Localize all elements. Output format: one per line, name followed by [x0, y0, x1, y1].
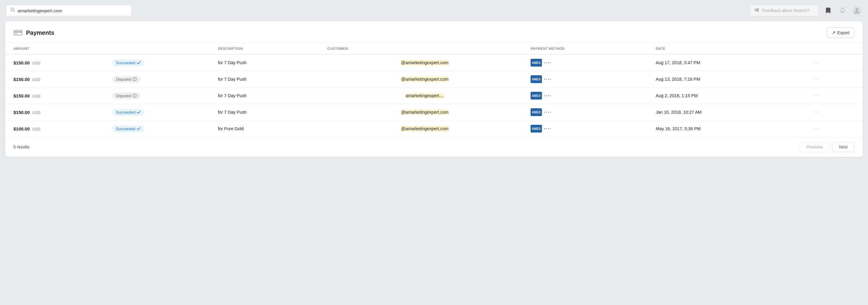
- col-payment-method: PAYMENT METHOD: [526, 43, 652, 54]
- previous-button[interactable]: Previous: [800, 142, 830, 152]
- description-cell: for 7 Day Push: [214, 104, 323, 120]
- date-cell: Jan 10, 2018, 10:27 AM: [652, 104, 808, 120]
- card-header: Payments ↗ Export: [5, 21, 863, 43]
- search-box[interactable]: [6, 5, 132, 16]
- payments-table-wrap: AMOUNT DESCRIPTION CUSTOMER PAYMENT METH…: [5, 43, 863, 137]
- customer-cell: @amarketingexpert.com: [323, 104, 526, 120]
- currency-value: USD: [32, 94, 40, 99]
- card-dots: ••••: [544, 127, 552, 131]
- card-footer: 5 results Previous Next: [5, 137, 863, 157]
- date-cell: May 16, 2017, 5:36 PM: [652, 120, 808, 137]
- status-cell: Disputed !: [108, 71, 214, 88]
- currency-value: USD: [32, 61, 40, 65]
- date-cell: Aug 17, 2018, 3:47 PM: [652, 54, 808, 71]
- svg-point-2: [842, 7, 843, 8]
- svg-point-4: [856, 8, 859, 11]
- amount-cell: $150.00 USD: [5, 71, 108, 88]
- amount-cell: $100.00 USD: [5, 120, 108, 137]
- col-amount: AMOUNT: [5, 43, 108, 54]
- col-description: DESCRIPTION: [214, 43, 323, 54]
- status-badge: Disputed !: [112, 76, 141, 83]
- customer-cell: @amarketingexpert.com: [323, 54, 526, 71]
- actions-cell: ···: [808, 120, 863, 137]
- date-cell: Aug 13, 2018, 7:16 PM: [652, 71, 808, 88]
- customer-highlight: @amarketingexpert.com: [401, 77, 448, 82]
- actions-cell: ···: [808, 71, 863, 88]
- status-cell: Succeeded: [108, 54, 214, 71]
- bell-button[interactable]: [837, 5, 848, 16]
- amex-card-icon: AMEX: [531, 108, 542, 116]
- card-title-group: Payments: [13, 28, 55, 37]
- actions-cell: ···: [808, 104, 863, 120]
- export-label: Export: [837, 30, 849, 35]
- description-cell: for 7 Day Push: [214, 71, 323, 88]
- col-date: DATE: [652, 43, 808, 54]
- svg-line-1: [14, 11, 15, 12]
- svg-rect-7: [15, 34, 17, 34]
- table-row: $150.00 USD Disputed ! for 7 Day Push am…: [5, 88, 863, 104]
- payment-method-cell: AMEX ••••: [526, 88, 652, 104]
- date-cell: Aug 2, 2018, 1:15 PM: [652, 88, 808, 104]
- amount-value: $100.00: [13, 126, 30, 131]
- amount-value: $150.00: [13, 110, 30, 115]
- amount-cell: $150.00 USD: [5, 104, 108, 120]
- customer-highlight: @amarketingexpert.com: [401, 126, 448, 131]
- pagination: Previous Next: [800, 142, 855, 152]
- card-dots: ••••: [544, 93, 552, 98]
- more-options-button[interactable]: ···: [812, 109, 820, 115]
- more-options-button[interactable]: ···: [812, 76, 820, 82]
- search-icon: [10, 7, 15, 13]
- search-input[interactable]: [18, 8, 127, 13]
- svg-text:!: !: [134, 94, 135, 98]
- export-arrow-icon: ↗: [832, 30, 836, 35]
- more-options-button[interactable]: ···: [812, 92, 820, 99]
- customer-cell: amarketingexpert....: [323, 88, 526, 104]
- amex-card-icon: AMEX: [531, 75, 542, 83]
- currency-value: USD: [32, 127, 40, 131]
- status-badge: Disputed !: [112, 92, 141, 99]
- feedback-box[interactable]: Feedback about Search?: [750, 5, 819, 16]
- customer-cell: @amarketingexpert.com: [323, 120, 526, 137]
- results-count: 5 results: [13, 144, 29, 149]
- currency-value: USD: [32, 77, 40, 82]
- payment-method-cell: AMEX ••••: [526, 54, 652, 71]
- table-row: $150.00 USD Succeeded for 7 Day Push @am…: [5, 104, 863, 120]
- amount-value: $150.00: [13, 77, 30, 82]
- status-badge: Succeeded: [112, 126, 144, 132]
- top-right-actions: Feedback about Search?: [750, 5, 862, 16]
- amount-value: $150.00: [13, 60, 30, 65]
- col-status: [108, 43, 214, 54]
- status-cell: Succeeded: [108, 104, 214, 120]
- next-button[interactable]: Next: [832, 142, 855, 152]
- col-actions: [808, 43, 863, 54]
- status-cell: Succeeded: [108, 120, 214, 137]
- customer-cell: @amarketingexpert.com: [323, 71, 526, 88]
- amex-card-icon: AMEX: [531, 59, 542, 66]
- amex-card-icon: AMEX: [531, 125, 542, 133]
- actions-cell: ···: [808, 88, 863, 104]
- payment-method-cell: AMEX ••••: [526, 104, 652, 120]
- status-badge: Succeeded: [112, 109, 144, 116]
- svg-text:!: !: [134, 78, 135, 81]
- customer-highlight: @amarketingexpert.com: [401, 60, 448, 65]
- amount-value: $150.00: [13, 93, 30, 99]
- table-row: $150.00 USD Disputed ! for 7 Day Push @a…: [5, 71, 863, 88]
- status-badge: Succeeded: [112, 59, 144, 66]
- export-button[interactable]: ↗ Export: [827, 27, 855, 38]
- payments-icon: [13, 28, 23, 37]
- card-dots: ••••: [544, 77, 552, 82]
- megaphone-icon: [754, 7, 760, 13]
- customer-highlight: amarketingexpert....: [406, 93, 444, 99]
- svg-rect-5: [14, 30, 22, 35]
- more-options-button[interactable]: ···: [812, 59, 820, 66]
- customer-highlight: @amarketingexpert.com: [401, 109, 448, 115]
- description-cell: for 7 Day Push: [214, 54, 323, 71]
- table-header-row: AMOUNT DESCRIPTION CUSTOMER PAYMENT METH…: [5, 43, 863, 54]
- amount-cell: $150.00 USD: [5, 54, 108, 71]
- svg-rect-6: [14, 31, 22, 32]
- payments-card: Payments ↗ Export AMOUNT DESCRIPTION CUS…: [5, 21, 863, 157]
- actions-cell: ···: [808, 54, 863, 71]
- user-avatar-button[interactable]: [852, 5, 862, 16]
- more-options-button[interactable]: ···: [812, 126, 820, 132]
- bookmark-button[interactable]: [823, 5, 833, 16]
